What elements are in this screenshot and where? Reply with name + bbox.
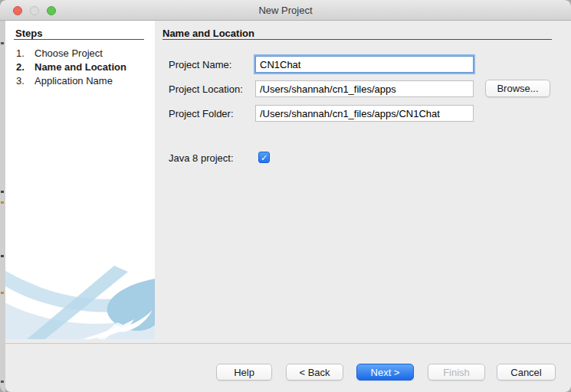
java8-checkbox[interactable]: ✓ [258,152,270,163]
step-label: Application Name [34,74,113,88]
browse-button[interactable]: Browse... [485,80,550,97]
steps-heading-rule [14,39,144,40]
finish-button: Finish [428,364,485,381]
steps-list: 1. Choose Project 2. Name and Location 3… [16,47,126,88]
checkmark-icon: ✓ [261,153,267,162]
background-window-sliver [0,21,5,392]
footer-separator [5,343,571,344]
java8-label: Java 8 project: [169,152,234,164]
new-project-dialog: New Project Steps 1. Choose Project 2. N… [0,0,571,392]
step-item-choose-project: 1. Choose Project [16,47,126,60]
next-button[interactable]: Next > [356,364,414,381]
netbeans-swoosh-watermark [5,255,155,339]
window-title: New Project [0,0,571,21]
project-folder-input[interactable] [255,105,474,122]
page-title: Name and Location [162,28,254,39]
project-name-input[interactable] [255,56,474,73]
project-location-input[interactable] [255,80,474,97]
step-item-name-and-location: 2. Name and Location [16,60,126,74]
dialog-body: Steps 1. Choose Project 2. Name and Loca… [5,21,571,392]
project-name-label: Project Name: [169,59,231,70]
step-label: Choose Project [34,47,103,60]
steps-sidebar: Steps 1. Choose Project 2. Name and Loca… [5,21,155,339]
page-title-rule [162,39,552,40]
title-bar[interactable]: New Project [0,0,571,21]
step-item-application-name: 3. Application Name [16,74,126,88]
step-label: Name and Location [34,60,126,74]
back-button[interactable]: < Back [286,364,343,381]
steps-heading: Steps [15,28,42,39]
cancel-button[interactable]: Cancel [497,364,556,381]
project-folder-label: Project Folder: [169,108,234,119]
help-button[interactable]: Help [216,364,272,381]
project-location-label: Project Location: [169,83,243,95]
